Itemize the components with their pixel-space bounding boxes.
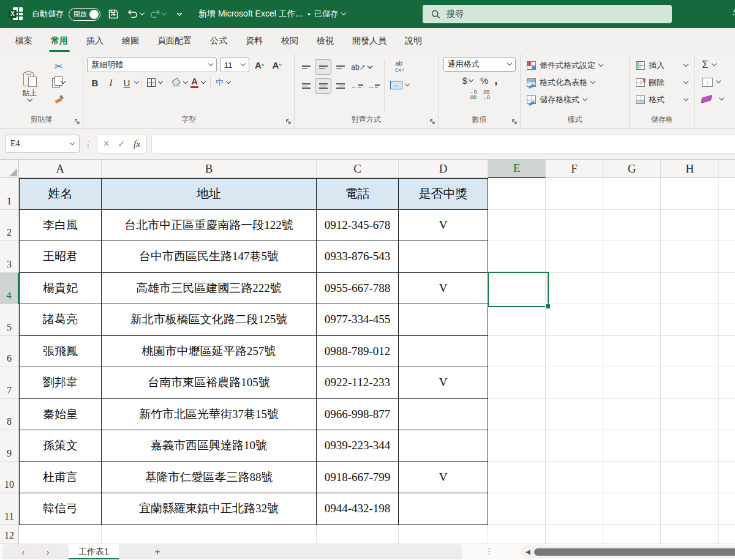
cell-C8[interactable]: 0966-998-877 [317, 399, 399, 431]
row-header-4[interactable]: 4 [0, 273, 19, 305]
cell-H1[interactable] [661, 178, 719, 210]
cell-I11[interactable] [719, 493, 735, 525]
cell-E6[interactable] [488, 336, 546, 368]
column-header-D[interactable]: D [399, 160, 488, 178]
insert-cells-button[interactable]: 插入 [633, 58, 690, 73]
cell-I10[interactable] [719, 462, 735, 494]
cell-B4[interactable]: 高雄市三民區建國三路222號 [102, 273, 317, 305]
increase-font-button[interactable]: A˄ [252, 60, 267, 70]
cell-I7[interactable] [719, 367, 735, 399]
cell-B2[interactable]: 台北市中正區重慶南路一段122號 [102, 210, 317, 242]
user-avatar[interactable]: S [733, 7, 735, 18]
cell-A8[interactable]: 秦始皇 [19, 399, 102, 431]
tab-說明[interactable]: 說明 [396, 28, 431, 54]
row-header-9[interactable]: 9 [0, 430, 19, 462]
row-header-10[interactable]: 10 [0, 462, 19, 494]
cell-D3[interactable] [399, 241, 488, 273]
cell-F10[interactable] [546, 462, 603, 494]
cell-B10[interactable]: 基隆市仁愛區孝三路88號 [102, 462, 317, 494]
cell-A10[interactable]: 杜甫言 [19, 462, 102, 494]
cell-B9[interactable]: 嘉義市西區興達路10號 [102, 430, 317, 462]
conditional-formatting-button[interactable]: 條件式格式設定 [524, 58, 625, 73]
cell-D8[interactable] [399, 399, 488, 431]
cell-E3[interactable] [488, 241, 546, 273]
cell-E1[interactable] [488, 178, 546, 210]
search-input[interactable]: 搜尋 [423, 5, 672, 23]
cell-G12[interactable] [603, 525, 661, 545]
cell-D7[interactable]: V [399, 367, 488, 399]
cell-I5[interactable] [719, 304, 735, 336]
tab-資料[interactable]: 資料 [236, 28, 272, 54]
scrollbar-thumb[interactable] [534, 548, 735, 556]
cell-C1[interactable]: 電話 [317, 178, 399, 210]
wrap-text-button[interactable]: abc↩ [393, 59, 407, 75]
cell-D4[interactable]: V [399, 273, 488, 305]
cell-C12[interactable] [317, 525, 399, 545]
underline-button[interactable]: U [119, 75, 135, 90]
cell-B6[interactable]: 桃園市中壢區延平路257號 [102, 336, 317, 368]
cell-A3[interactable]: 王昭君 [19, 241, 102, 273]
align-center-button[interactable] [315, 78, 331, 94]
merge-center-button[interactable]: ↔ [388, 80, 412, 91]
column-header-C[interactable]: C [317, 160, 399, 178]
name-box[interactable]: E4 [5, 135, 80, 153]
tab-splitter[interactable]: ⋮ [485, 547, 493, 556]
formula-input[interactable] [151, 134, 735, 154]
format-cells-button[interactable]: 格式 [633, 92, 690, 107]
cell-B5[interactable]: 新北市板橋區文化路二段125號 [102, 304, 317, 336]
cell-H3[interactable] [661, 241, 719, 273]
cell-G4[interactable] [603, 273, 661, 305]
cell-G7[interactable] [603, 367, 661, 399]
cell-A6[interactable]: 張飛鳳 [19, 336, 102, 368]
cell-F8[interactable] [546, 399, 603, 431]
decrease-decimal-button[interactable]: .00→0 [482, 89, 490, 101]
decrease-indent-button[interactable]: ← [349, 79, 364, 93]
excel-app-icon[interactable]: X [9, 7, 23, 21]
cell-E12[interactable] [488, 525, 546, 545]
cell-F3[interactable] [546, 241, 603, 273]
underline-chevron-icon[interactable] [134, 79, 139, 84]
cell-F9[interactable] [546, 430, 603, 462]
column-header-F[interactable]: F [546, 160, 603, 178]
number-dialog-launcher[interactable] [511, 119, 518, 125]
cell-G6[interactable] [603, 336, 661, 368]
cell-D11[interactable] [399, 493, 488, 525]
cell-H4[interactable] [661, 273, 719, 305]
cell-F11[interactable] [546, 493, 603, 525]
tab-檔案[interactable]: 檔案 [6, 28, 42, 54]
add-sheet-button[interactable]: + [148, 546, 167, 558]
number-format-combo[interactable]: 通用格式 [443, 57, 516, 72]
tab-頁面配置[interactable]: 頁面配置 [148, 28, 201, 54]
cell-C3[interactable]: 0933-876-543 [317, 241, 399, 273]
cell-G10[interactable] [603, 462, 661, 494]
cell-G9[interactable] [603, 430, 661, 462]
cell-styles-button[interactable]: 儲存格樣式 [524, 92, 625, 107]
fill-button[interactable]: ↓ [698, 75, 727, 89]
cell-H9[interactable] [661, 430, 719, 462]
cell-D6[interactable] [399, 336, 488, 368]
cell-I4[interactable] [719, 273, 735, 305]
column-header-H[interactable]: H [661, 160, 719, 178]
row-header-3[interactable]: 3 [0, 241, 19, 273]
cell-E7[interactable] [488, 367, 546, 399]
cell-B12[interactable] [102, 525, 317, 545]
save-button[interactable] [104, 5, 123, 23]
prev-sheet-button[interactable]: ‹ [17, 547, 29, 557]
row-header-11[interactable]: 11 [0, 493, 19, 525]
cell-I8[interactable] [719, 399, 735, 431]
column-header-A[interactable]: A [19, 160, 102, 178]
cell-F5[interactable] [546, 304, 603, 336]
tab-常用[interactable]: 常用 [42, 28, 77, 54]
row-header-1[interactable]: 1 [0, 178, 19, 210]
cell-G5[interactable] [603, 304, 661, 336]
enter-check-icon[interactable]: ✓ [118, 139, 125, 149]
cell-D10[interactable]: V [399, 462, 488, 494]
font-size-combo[interactable]: 11 [220, 58, 249, 72]
cell-F7[interactable] [546, 367, 603, 399]
autosum-button[interactable]: Σ [698, 58, 727, 72]
saved-status[interactable]: • 已儲存 [307, 9, 345, 20]
cell-B3[interactable]: 台中市西區民生路147巷5號 [102, 241, 317, 273]
cell-H7[interactable] [661, 367, 719, 399]
undo-menu-chevron-icon[interactable] [139, 10, 144, 15]
tab-校閱[interactable]: 校閱 [272, 28, 307, 54]
